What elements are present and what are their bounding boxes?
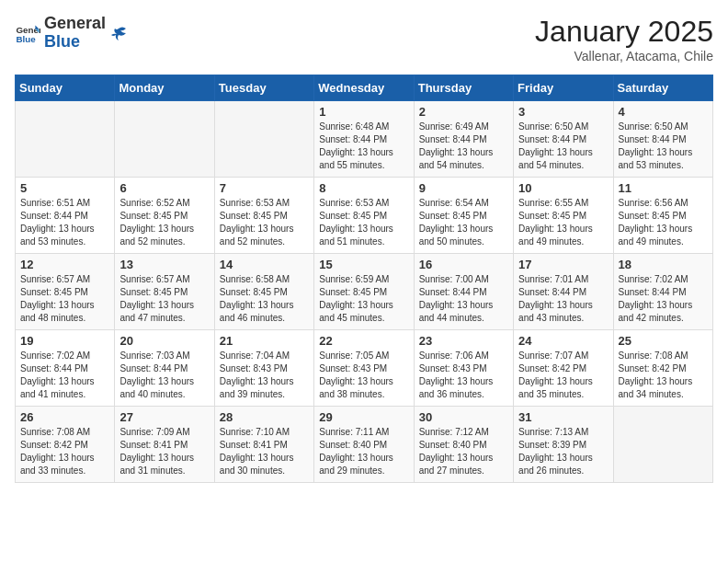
day-number: 19 [20,334,109,348]
logo-bird-icon [109,24,128,42]
calendar-cell: 9Sunrise: 6:54 AM Sunset: 8:45 PM Daylig… [414,178,513,254]
day-info: Sunrise: 6:48 AM Sunset: 8:44 PM Dayligh… [319,121,408,172]
weekday-header-friday: Friday [514,75,613,101]
weekday-header-thursday: Thursday [414,75,513,101]
day-number: 13 [119,258,209,271]
calendar-cell: 18Sunrise: 7:02 AM Sunset: 8:44 PM Dayli… [613,254,712,330]
weekday-header-wednesday: Wednesday [314,75,414,101]
calendar-cell: 23Sunrise: 7:06 AM Sunset: 8:43 PM Dayli… [414,330,513,407]
calendar-cell: 1Sunrise: 6:48 AM Sunset: 8:44 PM Daylig… [314,101,414,178]
title-block: January 2025 Vallenar, Atacama, Chile [535,15,713,63]
calendar-subtitle: Vallenar, Atacama, Chile [535,49,713,63]
weekday-header-saturday: Saturday [613,75,712,101]
calendar-cell: 19Sunrise: 7:02 AM Sunset: 8:44 PM Dayli… [16,330,115,407]
day-number: 11 [619,181,708,195]
day-info: Sunrise: 7:03 AM Sunset: 8:44 PM Dayligh… [119,350,209,401]
calendar-cell: 22Sunrise: 7:05 AM Sunset: 8:43 PM Dayli… [314,330,414,407]
calendar-cell: 4Sunrise: 6:50 AM Sunset: 8:44 PM Daylig… [613,101,712,178]
day-info: Sunrise: 7:08 AM Sunset: 8:42 PM Dayligh… [619,350,708,401]
day-number: 26 [20,410,109,424]
day-info: Sunrise: 6:59 AM Sunset: 8:45 PM Dayligh… [319,273,408,325]
logo-general-text: General [44,15,106,33]
day-info: Sunrise: 7:02 AM Sunset: 8:44 PM Dayligh… [20,350,109,401]
day-number: 7 [220,181,309,195]
day-number: 2 [419,105,508,119]
calendar-cell: 14Sunrise: 6:58 AM Sunset: 8:45 PM Dayli… [214,254,313,330]
day-info: Sunrise: 7:09 AM Sunset: 8:41 PM Dayligh… [119,426,209,477]
logo-blue-text: Blue [44,33,106,52]
calendar-cell: 15Sunrise: 6:59 AM Sunset: 8:45 PM Dayli… [314,254,414,330]
day-info: Sunrise: 7:08 AM Sunset: 8:42 PM Dayligh… [20,426,109,477]
day-info: Sunrise: 7:10 AM Sunset: 8:41 PM Dayligh… [220,426,309,477]
day-number: 20 [119,334,209,348]
calendar-cell: 12Sunrise: 6:57 AM Sunset: 8:45 PM Dayli… [16,254,115,330]
calendar-cell: 28Sunrise: 7:10 AM Sunset: 8:41 PM Dayli… [214,407,313,483]
day-number: 14 [220,258,309,271]
calendar-cell: 10Sunrise: 6:55 AM Sunset: 8:45 PM Dayli… [514,178,613,254]
day-number: 30 [419,410,508,424]
calendar-table: SundayMondayTuesdayWednesdayThursdayFrid… [15,75,713,483]
day-info: Sunrise: 6:55 AM Sunset: 8:45 PM Dayligh… [518,197,608,248]
day-number: 3 [518,105,608,119]
day-number: 4 [619,105,708,119]
calendar-cell [16,101,115,178]
day-info: Sunrise: 7:01 AM Sunset: 8:44 PM Dayligh… [518,273,608,325]
day-info: Sunrise: 6:56 AM Sunset: 8:45 PM Dayligh… [619,197,708,248]
calendar-cell: 30Sunrise: 7:12 AM Sunset: 8:40 PM Dayli… [414,407,513,483]
day-number: 15 [319,258,408,271]
day-number: 1 [319,105,408,119]
calendar-cell: 2Sunrise: 6:49 AM Sunset: 8:44 PM Daylig… [414,101,513,178]
calendar-cell [214,101,313,178]
calendar-cell: 25Sunrise: 7:08 AM Sunset: 8:42 PM Dayli… [613,330,712,407]
day-info: Sunrise: 7:05 AM Sunset: 8:43 PM Dayligh… [319,350,408,401]
day-number: 24 [518,334,608,348]
day-info: Sunrise: 6:53 AM Sunset: 8:45 PM Dayligh… [220,197,309,248]
day-number: 27 [119,410,209,424]
calendar-cell [115,101,214,178]
calendar-cell: 6Sunrise: 6:52 AM Sunset: 8:45 PM Daylig… [115,178,214,254]
weekday-header-sunday: Sunday [16,75,115,101]
day-number: 8 [319,181,408,195]
logo-icon: General Blue [15,20,40,46]
calendar-cell: 20Sunrise: 7:03 AM Sunset: 8:44 PM Dayli… [115,330,214,407]
week-row-5: 26Sunrise: 7:08 AM Sunset: 8:42 PM Dayli… [16,407,713,483]
day-number: 23 [419,334,508,348]
day-number: 29 [319,410,408,424]
day-info: Sunrise: 7:13 AM Sunset: 8:39 PM Dayligh… [518,426,608,477]
calendar-cell: 24Sunrise: 7:07 AM Sunset: 8:42 PM Dayli… [514,330,613,407]
week-row-4: 19Sunrise: 7:02 AM Sunset: 8:44 PM Dayli… [16,330,713,407]
day-info: Sunrise: 6:52 AM Sunset: 8:45 PM Dayligh… [119,197,209,248]
day-info: Sunrise: 6:53 AM Sunset: 8:45 PM Dayligh… [319,197,408,248]
calendar-cell: 5Sunrise: 6:51 AM Sunset: 8:44 PM Daylig… [16,178,115,254]
day-number: 17 [518,258,608,271]
calendar-cell: 17Sunrise: 7:01 AM Sunset: 8:44 PM Dayli… [514,254,613,330]
day-number: 9 [419,181,508,195]
day-number: 5 [20,181,109,195]
day-info: Sunrise: 7:02 AM Sunset: 8:44 PM Dayligh… [619,273,708,325]
calendar-cell: 29Sunrise: 7:11 AM Sunset: 8:40 PM Dayli… [314,407,414,483]
calendar-cell: 16Sunrise: 7:00 AM Sunset: 8:44 PM Dayli… [414,254,513,330]
logo: General Blue General Blue [15,15,128,52]
day-info: Sunrise: 6:50 AM Sunset: 8:44 PM Dayligh… [619,121,708,172]
day-info: Sunrise: 6:51 AM Sunset: 8:44 PM Dayligh… [20,197,109,248]
day-info: Sunrise: 7:07 AM Sunset: 8:42 PM Dayligh… [518,350,608,401]
day-info: Sunrise: 6:50 AM Sunset: 8:44 PM Dayligh… [518,121,608,172]
day-info: Sunrise: 7:12 AM Sunset: 8:40 PM Dayligh… [419,426,508,477]
day-number: 22 [319,334,408,348]
page-header: General Blue General Blue January 2025 V… [15,15,713,63]
day-info: Sunrise: 6:49 AM Sunset: 8:44 PM Dayligh… [419,121,508,172]
week-row-3: 12Sunrise: 6:57 AM Sunset: 8:45 PM Dayli… [16,254,713,330]
day-info: Sunrise: 7:04 AM Sunset: 8:43 PM Dayligh… [220,350,309,401]
calendar-title: January 2025 [535,15,713,49]
day-info: Sunrise: 7:06 AM Sunset: 8:43 PM Dayligh… [419,350,508,401]
day-number: 16 [419,258,508,271]
day-info: Sunrise: 6:57 AM Sunset: 8:45 PM Dayligh… [20,273,109,325]
day-info: Sunrise: 7:00 AM Sunset: 8:44 PM Dayligh… [419,273,508,325]
week-row-1: 1Sunrise: 6:48 AM Sunset: 8:44 PM Daylig… [16,101,713,178]
weekday-header-tuesday: Tuesday [214,75,313,101]
day-info: Sunrise: 6:58 AM Sunset: 8:45 PM Dayligh… [220,273,309,325]
calendar-cell: 13Sunrise: 6:57 AM Sunset: 8:45 PM Dayli… [115,254,214,330]
day-number: 12 [20,258,109,271]
day-number: 25 [619,334,708,348]
calendar-cell: 21Sunrise: 7:04 AM Sunset: 8:43 PM Dayli… [214,330,313,407]
